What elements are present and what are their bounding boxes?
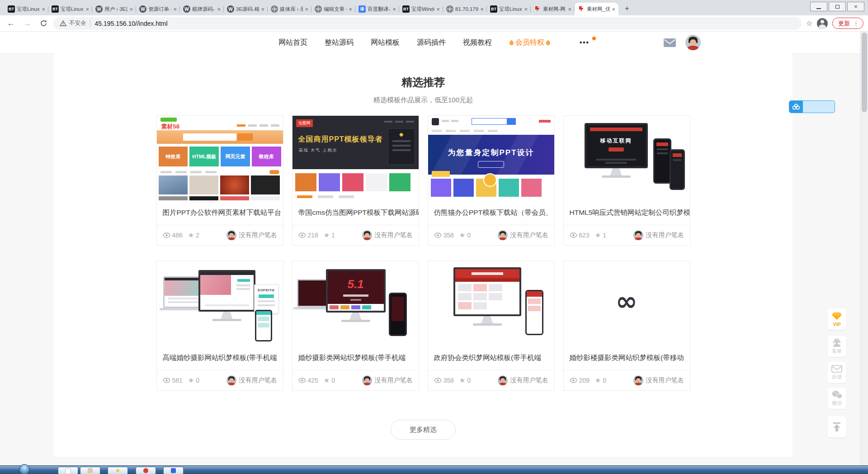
taskbar-app-button[interactable] xyxy=(136,467,156,474)
author-avatar xyxy=(362,375,372,385)
tab-close-icon[interactable]: × xyxy=(436,6,440,12)
browser-tab-active[interactable]: 素材网_优× xyxy=(575,3,618,15)
card-stats: 486★2 没有用户笔名 xyxy=(157,225,283,245)
wechat-button[interactable]: 微信 xyxy=(827,388,846,409)
browser-tab[interactable]: 81.70.179.× xyxy=(443,3,487,15)
restore-button[interactable] xyxy=(829,2,846,11)
template-card[interactable]: ∞ 婚纱影楼摄影类网站织梦模板(带移动 209★0 没有用户笔名 xyxy=(563,261,690,391)
template-card[interactable]: SOFEIYA 高端婚纱摄影网站织梦模板(带手机端 581★0 没有用户笔名 xyxy=(156,261,283,391)
netdisk-extension-widget[interactable] xyxy=(789,100,835,113)
user-avatar[interactable] xyxy=(685,35,701,50)
taskbar-app-button[interactable] xyxy=(80,467,100,474)
tab-close-icon[interactable]: × xyxy=(261,6,264,12)
browser-profile-icon[interactable] xyxy=(817,18,828,29)
notification-dot xyxy=(592,37,596,40)
browser-tab[interactable]: W棋牌源码-× xyxy=(180,3,224,15)
taskbar-app-button[interactable] xyxy=(58,467,78,474)
browser-tab[interactable]: BT宝塔Linux面× xyxy=(48,3,92,15)
card-title[interactable]: 婚纱摄影类网站织梦模板(带手机端 xyxy=(292,346,419,370)
card-title[interactable]: 帝国cms仿当图网PPT模板下载网站源码 xyxy=(292,200,419,225)
folder-icon xyxy=(88,468,93,473)
views-eye-icon xyxy=(570,378,577,383)
thumb-cta-button xyxy=(478,161,504,168)
tab-close-icon[interactable]: × xyxy=(568,6,571,12)
back-to-top-button[interactable] xyxy=(827,416,846,437)
chrome-update-button[interactable]: 更新⋮ xyxy=(832,18,863,29)
browser-tab[interactable]: W用户 ‹ 3E源× xyxy=(92,3,136,15)
browser-tab[interactable]: 素材网-网× xyxy=(531,3,575,15)
thumb-decoration xyxy=(297,195,354,198)
tab-close-icon[interactable]: × xyxy=(305,6,308,12)
browser-tab[interactable]: BT宝塔Linux面× xyxy=(5,3,48,15)
browser-tab[interactable]: BT宝塔Windo× xyxy=(399,3,443,15)
feedback-button[interactable]: 反馈 xyxy=(827,362,846,383)
start-button[interactable] xyxy=(19,464,30,474)
card-title[interactable]: 政府协会类织梦网站模板(带手机端 xyxy=(428,346,554,370)
card-title[interactable]: 图片PPT办公软件网页素材下载站平台 xyxy=(157,200,283,225)
template-card[interactable]: 5.1 婚纱摄影类网站织梦模板(带手机端 425★0 没有用户笔名 xyxy=(292,261,419,391)
tab-close-icon[interactable]: × xyxy=(349,6,352,12)
card-title[interactable]: 高端婚纱摄影网站织梦模板(带手机端 xyxy=(157,346,283,370)
card-title[interactable]: 婚纱影楼摄影类网站织梦模板(带移动 xyxy=(564,346,690,370)
tab-label: 宝塔Windo xyxy=(411,6,434,13)
nav-item-vip[interactable]: 会员特权 xyxy=(509,38,551,47)
vip-float-button[interactable]: VIP xyxy=(827,308,846,330)
browser-tab[interactable]: W3E源码-精× xyxy=(224,3,268,15)
template-card[interactable]: 素材58 特效库 HTML模板 网页元素 教程库 xyxy=(156,115,283,246)
tab-close-icon[interactable]: × xyxy=(480,6,484,12)
tab-close-icon[interactable]: × xyxy=(42,6,45,12)
taskbar-app-button[interactable] xyxy=(108,467,128,474)
page-scrollbar[interactable] xyxy=(860,32,868,466)
new-tab-button[interactable]: + xyxy=(621,3,633,14)
thumb-phone-mockup xyxy=(653,138,671,184)
reload-button[interactable] xyxy=(37,17,50,30)
template-card[interactable]: 移动互联网 HTML5响应式营销网站定制公司织梦模 623★1 没有用户笔名 xyxy=(563,115,690,246)
wordpress-icon: W xyxy=(183,5,190,13)
bookmark-star-icon[interactable]: ☆ xyxy=(806,19,812,28)
nav-item-fullsite-source[interactable]: 整站源码 xyxy=(325,38,354,47)
card-title[interactable]: 仿熊猫办公PPT模板下载站（带会员、 xyxy=(428,200,554,225)
browser-tab[interactable]: 媒体库 ‹ 亲× xyxy=(268,3,311,15)
tab-close-icon[interactable]: × xyxy=(217,6,221,12)
back-button[interactable]: ← xyxy=(5,17,17,30)
address-bar[interactable]: 不安全 45.195.156.10//index.html xyxy=(53,17,802,30)
browser-tab[interactable]: 译百度翻译-2× xyxy=(355,3,399,15)
browser-tab[interactable]: BT宝塔Linux面× xyxy=(487,3,531,15)
minimize-button[interactable] xyxy=(810,2,827,11)
view-count: 623 xyxy=(579,232,590,239)
nav-item-video-tutorials[interactable]: 视频教程 xyxy=(463,38,492,47)
tab-close-icon[interactable]: × xyxy=(392,6,396,12)
section-title: 精选推荐 xyxy=(54,53,793,90)
template-card[interactable]: 政府协会类织梦网站模板(带手机端 358★0 没有用户笔名 xyxy=(428,261,555,391)
tab-close-icon[interactable]: × xyxy=(85,6,89,12)
card-thumbnail: 为您量身定制PPT设计 xyxy=(428,116,554,200)
thumb-decoration xyxy=(157,130,283,144)
template-card[interactable]: 为您量身定制PPT设计 仿熊猫办公PPT模板下载站（带会员、 358★0 没有用… xyxy=(428,115,555,246)
tab-close-icon[interactable]: × xyxy=(524,6,528,12)
views-eye-icon xyxy=(163,232,170,238)
nav-item-home[interactable]: 网站首页 xyxy=(278,38,307,47)
taskbar-app-button[interactable] xyxy=(163,467,184,474)
nav-item-templates[interactable]: 网站模板 xyxy=(371,38,400,47)
author-avatar xyxy=(633,375,643,385)
customer-service-button[interactable]: 客服 xyxy=(827,336,846,357)
nav-item-plugins[interactable]: 源码插件 xyxy=(417,38,446,47)
forward-button[interactable]: → xyxy=(21,17,33,30)
card-title[interactable]: HTML5响应式营销网站定制公司织梦模 xyxy=(564,200,690,225)
views-eye-icon xyxy=(298,232,306,238)
more-featured-button[interactable]: 更多精选 xyxy=(391,420,456,440)
nav-more-menu[interactable]: ••• xyxy=(580,38,590,47)
thumb-tiles xyxy=(295,173,410,191)
scrollbar-thumb[interactable] xyxy=(862,33,867,112)
message-icon[interactable] xyxy=(664,38,676,49)
tab-close-icon[interactable]: × xyxy=(129,6,133,12)
browser-tab[interactable]: 编辑文章 ‹× xyxy=(311,3,355,15)
template-card[interactable]: 当图网 全国商用PPT模板领导者 高端 大气 上档次 ◆ 帝国cms仿当图网PP… xyxy=(292,115,419,246)
close-window-button[interactable]: × xyxy=(847,2,864,11)
browser-tab[interactable]: W资源订单 ‹× xyxy=(136,3,180,15)
star-icon: ★ xyxy=(459,376,465,384)
globe-icon xyxy=(271,5,278,13)
tab-close-icon[interactable]: × xyxy=(173,6,177,12)
card-stats: 209★0 没有用户笔名 xyxy=(564,370,690,390)
tab-close-icon[interactable]: × xyxy=(612,6,615,12)
